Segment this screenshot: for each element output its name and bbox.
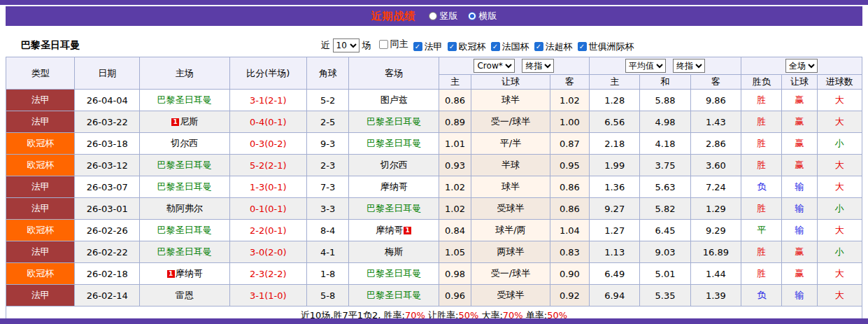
filter-checkbox[interactable]: ✓欧冠杯	[448, 41, 486, 53]
red-card-badge: 1	[167, 270, 175, 278]
cell-avg-home: 6.94	[590, 285, 640, 307]
cell-result-wl: 胜	[741, 241, 782, 263]
filter-checkbox[interactable]: ✓法甲	[413, 41, 443, 53]
cell-odds-home: 1.02	[439, 176, 471, 198]
filter-checkbox[interactable]: 同主	[379, 38, 408, 50]
cell-odds-handicap: 球半/两	[471, 220, 550, 241]
cell-avg-away: 3.60	[690, 155, 741, 176]
cell-corner: 8-4	[307, 220, 349, 241]
cell-avg-home: 1.13	[590, 241, 640, 263]
cell-odds-handicap: 半球	[471, 155, 550, 176]
subcol-avg-away: 客	[690, 75, 741, 90]
cell-odds-handicap: 两球半	[471, 241, 550, 263]
cell-score: 2-3(2-2)	[229, 263, 307, 285]
cell-home-team: 巴黎圣日耳曼	[139, 176, 229, 198]
cell-avg-draw: 9.03	[640, 241, 690, 263]
cell-avg-home: 1.36	[590, 176, 640, 198]
cell-avg-draw: 5.88	[640, 90, 690, 111]
cell-result-handicap: 赢	[782, 133, 817, 155]
cell-odds-home: 0.96	[439, 285, 471, 307]
filter-checkbox[interactable]: ✓法超杯	[534, 41, 573, 53]
cell-corner: 9-3	[307, 133, 349, 155]
cell-result-goals: 大	[817, 176, 862, 198]
radio-vertical-layout[interactable]: 竖版	[429, 10, 458, 22]
cell-result-wl: 负	[741, 285, 782, 307]
team-name: 尼斯	[180, 116, 198, 127]
filter-checkbox[interactable]: ✓法国杯	[491, 41, 529, 53]
cell-odds-away: 0.87	[550, 133, 589, 155]
cell-date: 26-04-04	[75, 90, 139, 111]
cell-away-team: 巴黎圣日耳曼	[349, 111, 439, 133]
cell-odds-away: 0.83	[550, 241, 589, 263]
team-name: 巴黎圣日耳曼	[157, 225, 212, 235]
cell-avg-draw: 5.01	[640, 263, 690, 285]
cell-avg-away: 1.44	[690, 263, 741, 285]
cell-date: 26-03-12	[75, 155, 139, 176]
team-name: 巴黎圣日耳曼	[367, 268, 421, 279]
odds-group2-header: 平均值终指	[590, 57, 741, 75]
checkbox-label: 世俱洲际杯	[589, 41, 634, 53]
checkbox-label: 同主	[390, 38, 408, 50]
cell-avg-home: 2.18	[590, 133, 640, 155]
team-name: 雷恩	[176, 290, 194, 300]
match-row: 法甲 26-02-22 巴黎圣日耳曼 3-0(2-0) 4-1 梅斯 1.05 …	[6, 241, 862, 263]
cell-corner: 3-3	[307, 198, 349, 220]
recent-label-prefix: 近	[321, 39, 330, 52]
cell-avg-away: 7.24	[690, 176, 741, 198]
bookmaker-select[interactable]: Crow*	[474, 59, 515, 73]
cell-corner: 2-3	[307, 155, 349, 176]
odds-stage-select-1[interactable]: 终指	[522, 59, 554, 73]
cell-score: 2-2(0-1)	[229, 220, 307, 241]
team-name: 巴黎圣日耳曼	[367, 203, 421, 213]
match-row: 欧冠杯 26-02-26 巴黎圣日耳曼 2-2(0-1) 8-4 摩纳哥1 0.…	[6, 220, 862, 241]
cell-result-goals: 大	[817, 220, 862, 241]
cell-league-type: 欧冠杯	[6, 155, 75, 176]
cell-avg-draw: 5.82	[640, 198, 690, 220]
cell-corner: 5-8	[307, 285, 349, 307]
team-name: 勒阿弗尔	[166, 203, 203, 213]
checkbox-icon: ✓	[413, 42, 422, 51]
results-tbody: 法甲 26-04-04 巴黎圣日耳曼 3-1(2-1) 5-2 图卢兹 0.86…	[6, 90, 862, 307]
cell-corner: 2-5	[307, 111, 349, 133]
subcol-result-goals: 进球数	[817, 75, 862, 90]
cell-avg-home: 1.28	[590, 90, 640, 111]
cell-odds-away: 0.92	[550, 285, 589, 307]
checkbox-label: 法甲	[425, 41, 443, 53]
radio-horizontal-layout[interactable]: 横版	[468, 10, 497, 22]
checkbox-label: 欧冠杯	[459, 41, 486, 53]
match-row: 法甲 26-03-01 勒阿弗尔 0-1(0-1) 3-3 巴黎圣日耳曼 1.0…	[6, 198, 862, 220]
top-border-strip	[0, 0, 868, 5]
cell-league-type: 法甲	[6, 111, 75, 133]
average-select[interactable]: 平均值	[625, 59, 666, 73]
filter-checkbox[interactable]: ✓世俱洲际杯	[578, 41, 634, 53]
cell-result-goals: 大	[817, 263, 862, 285]
cell-avg-away: 1.29	[690, 198, 741, 220]
recent-count-select[interactable]: 10	[333, 38, 360, 52]
cell-result-wl: 胜	[741, 155, 782, 176]
subcol-odds-away: 客	[550, 75, 589, 90]
filter-bar: 巴黎圣日耳曼 近 10 场 同主✓法甲✓欧冠杯✓法国杯✓法超杯✓世俱洲际杯	[6, 37, 862, 55]
cell-result-goals: 大	[817, 111, 862, 133]
team-name: 摩纳哥	[176, 268, 203, 279]
cell-avg-home: 1.99	[590, 155, 640, 176]
team-name: 摩纳哥	[376, 225, 403, 235]
cell-home-team: 巴黎圣日耳曼	[139, 241, 229, 263]
cell-away-team: 巴黎圣日耳曼	[349, 133, 439, 155]
cell-odds-home: 1.02	[439, 198, 471, 220]
team-name: 切尔西	[380, 160, 408, 170]
title-bar: 近期战绩 竖版 横版	[6, 6, 862, 26]
cell-avg-home: 6.49	[590, 263, 640, 285]
cell-league-type: 欧冠杯	[6, 263, 75, 285]
cell-away-team: 巴黎圣日耳曼	[349, 198, 439, 220]
cell-score: 0-4(0-1)	[229, 111, 307, 133]
cell-result-goals: 小	[817, 241, 862, 263]
scope-select[interactable]: 全场	[785, 59, 818, 73]
match-row: 法甲 26-03-07 巴黎圣日耳曼 1-3(0-1) 7-3 摩纳哥 1.02…	[6, 176, 862, 198]
subcol-avg-draw: 和	[640, 75, 690, 90]
results-table: 类型 日期 主场 比分(半场) 角球 客场 Crow*终指 平均值终指 全场 主…	[6, 57, 862, 324]
cell-result-handicap: 赢	[782, 241, 817, 263]
odds-stage-select-2[interactable]: 终指	[673, 59, 705, 73]
checkbox-icon: ✓	[448, 42, 457, 51]
cell-odds-home: 0.84	[439, 220, 471, 241]
cell-odds-home: 0.89	[439, 111, 471, 133]
